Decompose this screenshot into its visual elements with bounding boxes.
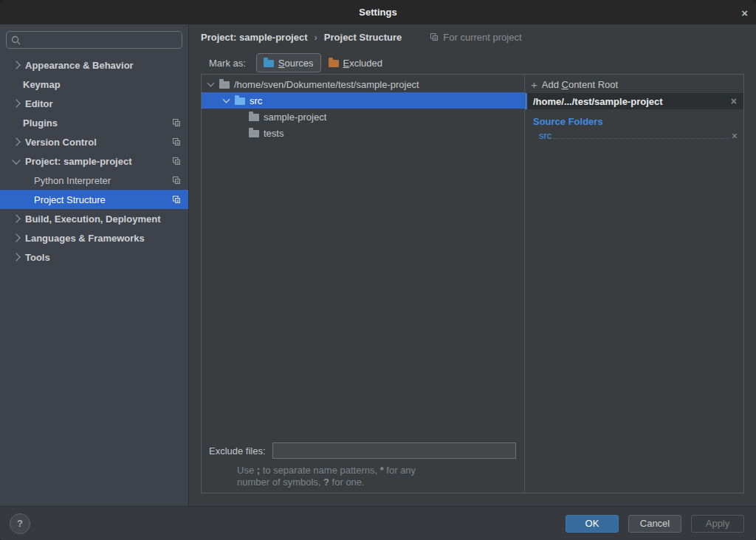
source-folder-icon xyxy=(235,98,245,105)
search-icon xyxy=(11,35,21,45)
breadcrumb-separator: › xyxy=(315,32,317,43)
chevron-right-icon xyxy=(12,233,20,242)
content-root-item[interactable]: /home/.../test/sample-project × xyxy=(525,93,743,109)
sidebar-item-project-structure[interactable]: Project Structure xyxy=(0,190,188,209)
folder-icon xyxy=(249,130,259,137)
sidebar-item-plugins[interactable]: Plugins xyxy=(0,113,188,132)
chevron-right-icon xyxy=(12,99,20,107)
folder-icon xyxy=(249,114,259,121)
content-root-tree: /home/sven/Dokumente/test/sample-project… xyxy=(201,74,525,493)
current-project-icon xyxy=(172,118,181,127)
search-input[interactable] xyxy=(24,34,177,47)
cancel-button[interactable]: Cancel xyxy=(628,515,681,533)
sidebar-item-python-interpreter[interactable]: Python Interpreter xyxy=(0,171,188,190)
chevron-right-icon xyxy=(12,137,20,146)
chevron-right-icon xyxy=(12,253,20,261)
tree-row-content-root[interactable]: /home/sven/Dokumente/test/sample-project xyxy=(202,76,524,92)
settings-dialog: Settings × Appearance & Behavior Keymap … xyxy=(0,0,756,540)
chevron-down-icon xyxy=(12,156,20,164)
source-folders-heading: Source Folders xyxy=(533,116,743,127)
mark-excluded-label: Excluded xyxy=(343,58,382,69)
current-project-icon xyxy=(430,33,439,41)
content-root-path: /home/.../test/sample-project xyxy=(533,96,663,107)
help-button[interactable]: ? xyxy=(10,513,30,534)
current-project-icon xyxy=(172,157,181,165)
sidebar-item-editor[interactable]: Editor xyxy=(0,94,188,113)
sidebar-item-project[interactable]: Project: sample-project xyxy=(0,151,188,171)
current-project-icon xyxy=(172,195,181,204)
scope-note: For current project xyxy=(430,32,521,43)
current-project-icon xyxy=(172,137,181,146)
add-content-root-label: Add Content Root xyxy=(542,79,618,90)
sidebar-item-build-execution-deployment[interactable]: Build, Execution, Deployment xyxy=(0,209,188,228)
sidebar-item-appearance-behavior[interactable]: Appearance & Behavior xyxy=(0,55,188,75)
mark-as-label: Mark as: xyxy=(209,58,246,69)
scope-note-label: For current project xyxy=(443,32,521,43)
folder-icon xyxy=(219,81,230,89)
remove-content-root-button[interactable]: × xyxy=(731,96,737,106)
question-mark-icon: ? xyxy=(17,518,23,529)
settings-sidebar: Appearance & Behavior Keymap Editor Plug… xyxy=(0,24,189,507)
add-content-root-button[interactable]: + Add Content Root xyxy=(525,76,743,93)
remove-source-folder-button[interactable]: × xyxy=(732,131,738,141)
source-folder-name: src xyxy=(539,130,551,141)
exclude-files-input[interactable] xyxy=(272,442,516,459)
content-roots-panel: + Add Content Root /home/.../test/sample… xyxy=(525,74,744,493)
chevron-down-icon[interactable] xyxy=(223,96,230,103)
sidebar-item-languages-frameworks[interactable]: Languages & Frameworks xyxy=(0,228,188,247)
tree-row-src[interactable]: src xyxy=(202,92,524,109)
sources-folder-icon xyxy=(264,60,274,67)
mark-as-toolbar: Mark as: Sources Excluded xyxy=(209,53,390,72)
chevron-right-icon xyxy=(12,61,20,69)
tree-row-tests[interactable]: tests xyxy=(202,125,524,141)
mark-sources-label: Sources xyxy=(278,58,314,69)
dialog-footer: ? OK Cancel Apply xyxy=(0,506,756,540)
sidebar-item-keymap[interactable]: Keymap xyxy=(0,75,188,94)
tree-row-sample-project[interactable]: sample-project xyxy=(202,109,524,125)
exclude-files-label: Exclude files: xyxy=(209,445,266,457)
breadcrumb: Project: sample-project › Project Struct… xyxy=(201,28,522,46)
page-title: Project Structure xyxy=(324,32,402,43)
window-title: Settings xyxy=(359,7,396,18)
mark-excluded-button[interactable]: Excluded xyxy=(321,53,390,72)
chevron-down-icon[interactable] xyxy=(207,80,215,87)
source-folder-item-src[interactable]: src × xyxy=(539,130,738,141)
search-box[interactable] xyxy=(6,31,182,49)
settings-content: Project: sample-project › Project Struct… xyxy=(189,24,756,507)
mark-sources-button[interactable]: Sources xyxy=(256,53,321,72)
sidebar-item-version-control[interactable]: Version Control xyxy=(0,132,188,151)
sidebar-item-tools[interactable]: Tools xyxy=(0,247,188,267)
chevron-right-icon xyxy=(12,214,20,222)
apply-button[interactable]: Apply xyxy=(691,515,744,533)
ok-button[interactable]: OK xyxy=(566,515,619,533)
breadcrumb-project[interactable]: Project: sample-project xyxy=(201,32,308,43)
settings-nav: Appearance & Behavior Keymap Editor Plug… xyxy=(0,55,188,267)
plus-icon: + xyxy=(531,79,537,90)
excluded-folder-icon xyxy=(329,60,339,67)
close-icon[interactable]: × xyxy=(741,7,748,18)
dotted-leader xyxy=(553,137,728,139)
exclude-files-hint: Use ; to separate name patterns, * for a… xyxy=(237,465,520,488)
title-bar: Settings × xyxy=(0,0,756,24)
exclude-files-section: Exclude files: Use ; to separate name pa… xyxy=(209,442,520,488)
current-project-icon xyxy=(172,176,181,185)
